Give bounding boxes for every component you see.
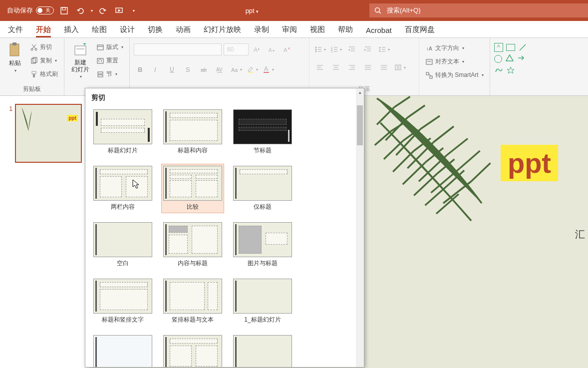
decrease-indent-button[interactable] xyxy=(345,43,358,56)
search-box[interactable]: 搜索(Alt+Q) xyxy=(369,3,588,17)
align-center-button[interactable] xyxy=(329,61,342,74)
slide-thumbnail-1[interactable]: ppt xyxy=(15,104,82,163)
tab-view[interactable]: 视图 xyxy=(310,25,325,37)
section-button[interactable]: 节 ▾ xyxy=(94,69,125,79)
shape-circle-icon[interactable] xyxy=(494,55,502,63)
tab-insert[interactable]: 插入 xyxy=(64,25,79,37)
text-direction-button[interactable]: ↕A 文字方向▾ xyxy=(423,43,486,53)
underline-button[interactable]: U xyxy=(166,63,179,76)
numbering-button[interactable]: 123▾ xyxy=(329,43,342,56)
svg-line-82 xyxy=(429,74,431,76)
align-left-button[interactable] xyxy=(313,61,326,74)
font-size-combo[interactable]: 60 xyxy=(224,43,249,55)
copy-button[interactable]: 复制 ▾ xyxy=(28,55,60,66)
shape-textbox-icon[interactable]: A xyxy=(494,43,503,52)
paste-button[interactable]: 粘贴 ▾ xyxy=(4,40,26,75)
shape-arrow-icon[interactable] xyxy=(517,54,526,64)
shape-line-icon[interactable] xyxy=(518,43,527,52)
save-button[interactable] xyxy=(58,4,70,16)
cut-button[interactable]: 剪切 xyxy=(28,42,60,52)
layout-3-title-slide[interactable]: 3_标题幻灯片 xyxy=(91,333,154,368)
svg-rect-0 xyxy=(61,7,67,14)
format-painter-button[interactable]: 格式刷 xyxy=(28,69,60,79)
increase-indent-button[interactable] xyxy=(361,43,374,56)
gallery-header: 剪切 xyxy=(91,93,358,102)
bold-button[interactable]: B xyxy=(134,63,147,76)
group-slides: + 新建 幻灯片 ▾ 版式 ▾ 重置 节 ▾ xyxy=(64,38,130,95)
svg-rect-13 xyxy=(32,71,36,74)
layout-content-caption[interactable]: 内容与标题 xyxy=(161,220,224,270)
shape-rect-icon[interactable] xyxy=(506,44,515,51)
line-spacing-button[interactable]: ▾ xyxy=(377,43,390,56)
layout-comparison[interactable]: 比较 xyxy=(161,164,224,213)
tab-design[interactable]: 设计 xyxy=(120,25,135,37)
columns-button[interactable]: ▾ xyxy=(393,61,406,74)
shape-star-icon[interactable] xyxy=(506,66,515,76)
present-from-start-button[interactable] xyxy=(113,4,125,16)
undo-dropdown[interactable]: ▾ xyxy=(91,8,93,13)
layout-title-only[interactable]: 仅标题 xyxy=(231,164,294,213)
layout-title-slide[interactable]: 标题幻灯片 xyxy=(91,107,154,157)
undo-button[interactable] xyxy=(74,4,86,16)
tab-record[interactable]: 录制 xyxy=(254,25,269,37)
tab-animations[interactable]: 动画 xyxy=(176,25,191,37)
layout-extra-1[interactable] xyxy=(231,333,294,368)
tab-home[interactable]: 开始 xyxy=(36,25,51,37)
layout-section-header[interactable]: 节标题 xyxy=(231,107,294,157)
distribute-button[interactable] xyxy=(377,61,390,74)
ppt-title-badge: ppt xyxy=(501,145,558,181)
layout-two-content[interactable]: 两栏内容 xyxy=(91,164,154,213)
tab-acrobat[interactable]: Acrobat xyxy=(366,26,392,37)
tab-baidu[interactable]: 百度网盘 xyxy=(405,25,435,37)
layout-1-two-content[interactable]: 1_两栏内容 xyxy=(161,333,224,368)
tab-review[interactable]: 审阅 xyxy=(282,25,297,37)
align-text-button[interactable]: 对齐文本▾ xyxy=(423,56,486,67)
increase-font-button[interactable]: A▴ xyxy=(251,43,264,56)
gallery-scrollbar[interactable]: ▴ xyxy=(356,88,364,367)
layout-title-vertical[interactable]: 标题和竖排文字 xyxy=(91,277,154,326)
svg-line-9 xyxy=(32,44,36,48)
reset-button[interactable]: 重置 xyxy=(94,55,125,66)
change-case-button[interactable]: Aa▾ xyxy=(230,63,243,76)
char-spacing-button[interactable]: AV xyxy=(214,63,227,76)
tab-transitions[interactable]: 切换 xyxy=(148,25,163,37)
clipboard-icon xyxy=(7,42,23,58)
shape-triangle-icon[interactable] xyxy=(505,54,514,64)
layout-vertical-title[interactable]: 竖排标题与文本 xyxy=(161,277,224,326)
group-shapes: A xyxy=(490,38,531,95)
font-color-button[interactable]: A▾ xyxy=(262,63,275,76)
svg-text:A: A xyxy=(264,65,268,72)
scroll-thumb[interactable] xyxy=(357,105,363,145)
strikethrough-button[interactable]: ab xyxy=(198,63,211,76)
tab-slideshow[interactable]: 幻灯片放映 xyxy=(204,25,241,37)
decrease-font-button[interactable]: A▾ xyxy=(266,43,279,56)
tab-help[interactable]: 帮助 xyxy=(338,25,353,37)
layout-blank[interactable]: 空白 xyxy=(91,220,154,270)
svg-point-43 xyxy=(315,51,317,52)
scroll-up-icon[interactable]: ▴ xyxy=(356,88,364,96)
smartart-button[interactable]: 转换为 SmartArt▾ xyxy=(423,70,486,80)
clear-formatting-button[interactable]: A xyxy=(281,43,294,56)
shape-freeform-icon[interactable] xyxy=(494,66,503,76)
autosave-toggle[interactable]: 自动保存 关 xyxy=(7,6,54,15)
svg-text:↕A: ↕A xyxy=(426,46,432,51)
shadow-button[interactable]: S xyxy=(182,63,195,76)
italic-button[interactable]: I xyxy=(150,63,163,76)
tab-file[interactable]: 文件 xyxy=(8,25,23,37)
layout-title-content[interactable]: 标题和内容 xyxy=(161,107,224,157)
new-slide-button[interactable]: + 新建 幻灯片 ▾ xyxy=(68,40,92,81)
align-right-button[interactable] xyxy=(345,61,358,74)
layout-1-title-slide[interactable]: 1_标题幻灯片 xyxy=(231,277,294,326)
title-bar: 自动保存 关 ▾ ▾ ppt ▾ 搜索(Alt+Q) xyxy=(0,0,588,21)
redo-button[interactable] xyxy=(97,4,109,16)
justify-button[interactable] xyxy=(361,61,374,74)
layout-picture-caption[interactable]: 图片与标题 xyxy=(231,220,294,270)
font-name-combo[interactable] xyxy=(134,43,222,55)
bullets-button[interactable]: ▾ xyxy=(313,43,326,56)
svg-rect-81 xyxy=(430,76,432,78)
layout-button[interactable]: 版式 ▾ xyxy=(94,42,125,52)
reset-icon xyxy=(96,57,104,65)
highlight-button[interactable]: ▾ xyxy=(246,63,259,76)
svg-point-3 xyxy=(375,7,380,12)
tab-draw[interactable]: 绘图 xyxy=(92,25,107,37)
